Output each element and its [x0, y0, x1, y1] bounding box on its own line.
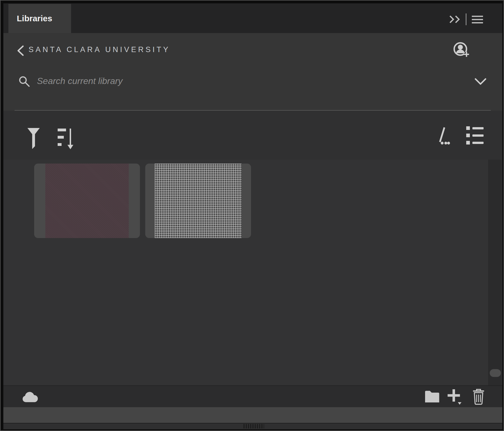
scrollbar-track[interactable] — [488, 160, 502, 385]
tab-libraries[interactable]: Libraries — [8, 4, 71, 33]
filter-icon[interactable] — [27, 127, 40, 151]
collapse-panel-icon[interactable] — [449, 15, 461, 24]
search-icon — [18, 76, 30, 87]
item-names-view-icon[interactable] — [434, 127, 450, 145]
grid-pattern-swatch — [155, 164, 242, 238]
tab-strip-divider — [466, 13, 467, 25]
delete-trash-icon[interactable] — [472, 389, 485, 405]
panel-footer-bar — [3, 385, 502, 407]
cloud-sync-icon[interactable] — [21, 390, 39, 404]
list-view-icon[interactable] — [466, 126, 484, 145]
panel-menu-icon[interactable] — [471, 15, 484, 24]
tab-strip: Libraries — [3, 3, 502, 33]
new-group-folder-icon[interactable] — [424, 389, 440, 403]
library-title: SANTA CLARA UNIVERSITY — [29, 45, 170, 54]
back-icon[interactable] — [17, 45, 24, 56]
search-scope-chevron-icon[interactable] — [475, 78, 486, 86]
swatch-item-maroon[interactable] — [34, 164, 140, 238]
add-item-icon[interactable] — [447, 388, 462, 405]
library-items-area: Templates — [3, 160, 502, 385]
toolbar — [3, 111, 502, 160]
sort-icon[interactable] — [58, 127, 76, 151]
libraries-panel: Libraries SANTA CLARA UNIVERSITY — [3, 3, 502, 429]
scrollbar-thumb[interactable] — [490, 369, 501, 377]
libraries-panel-window: Libraries SANTA CLARA UNIVERSITY — [0, 0, 504, 431]
swatch-item-grid-pattern[interactable] — [145, 164, 251, 238]
status-strip — [3, 407, 502, 423]
resize-grip-handle[interactable] — [243, 424, 264, 428]
search-input[interactable] — [36, 73, 344, 88]
maroon-texture-swatch — [45, 164, 129, 238]
tab-libraries-label: Libraries — [17, 4, 52, 33]
add-collaborator-icon[interactable] — [453, 41, 471, 59]
